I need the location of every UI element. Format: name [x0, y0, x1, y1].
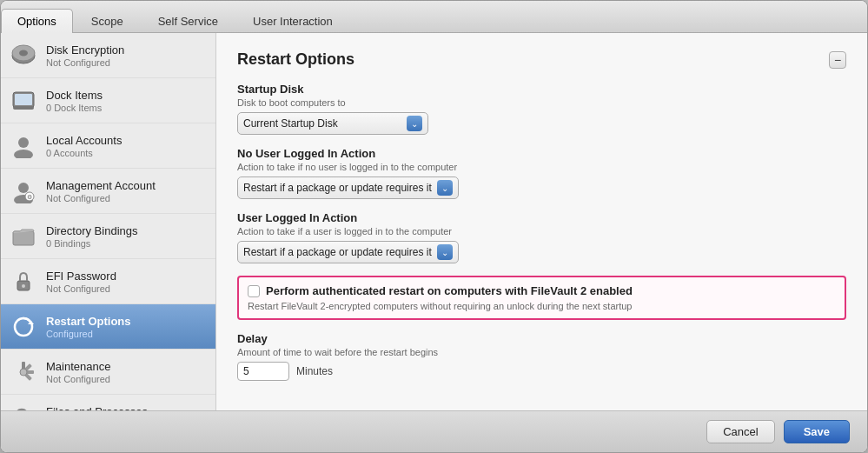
- disk-icon: [10, 42, 37, 70]
- sidebar-item-files-and-processes[interactable]: Files and Processes Not Configured: [1, 395, 215, 410]
- dir-icon: [10, 223, 37, 250]
- panel-title: Restart Options: [237, 50, 354, 69]
- svg-text:⚙: ⚙: [27, 194, 32, 200]
- user-action-label: User Logged In Action: [237, 211, 846, 224]
- cancel-button[interactable]: Cancel: [706, 420, 774, 443]
- filevault-checkbox-label: Perform authenticated restart on compute…: [266, 284, 633, 297]
- filevault-checkbox-row: Perform authenticated restart on compute…: [248, 284, 836, 297]
- sidebar-item-local-accounts-title: Local Accounts: [46, 134, 122, 147]
- sidebar-item-disk-encryption-subtitle: Not Configured: [46, 57, 124, 68]
- no-user-action-select[interactable]: Restart if a package or update requires …: [237, 177, 459, 199]
- mgmt-icon: ⚙: [10, 177, 37, 205]
- restart-icon: [10, 313, 37, 341]
- startup-disk-arrow-icon: ⌄: [407, 116, 422, 131]
- sidebar-item-restart-options-title: Restart Options: [46, 315, 131, 328]
- sidebar-item-disk-encryption[interactable]: Disk Encryption Not Configured: [1, 33, 215, 78]
- footer: Cancel Save: [1, 410, 867, 452]
- efi-icon: [10, 268, 37, 296]
- files-icon: [10, 403, 37, 411]
- svg-rect-4: [15, 94, 32, 105]
- sidebar-item-efi-password-subtitle: Not Configured: [46, 283, 116, 294]
- user-action-select[interactable]: Restart if a package or update requires …: [237, 241, 459, 263]
- tab-scope[interactable]: Scope: [75, 9, 140, 33]
- no-user-action-selected: Restart if a package or update requires …: [243, 182, 432, 194]
- user-action-arrow-icon: ⌄: [437, 244, 453, 260]
- sidebar-item-management-account-title: Management Account: [46, 179, 156, 192]
- user-action-selected: Restart if a package or update requires …: [243, 246, 432, 258]
- sidebar-item-dock-items-title: Dock Items: [46, 89, 103, 102]
- svg-point-6: [18, 137, 29, 148]
- sidebar-item-maintenance-subtitle: Not Configured: [46, 374, 110, 384]
- svg-point-14: [22, 284, 25, 288]
- sidebar-item-disk-encryption-title: Disk Encryption: [46, 43, 124, 57]
- no-user-action-label: No User Logged In Action: [237, 147, 846, 160]
- sidebar-item-dock-items[interactable]: Dock Items 0 Dock Items: [1, 78, 215, 123]
- startup-disk-selected: Current Startup Disk: [243, 117, 401, 130]
- sidebar-item-directory-bindings-title: Directory Bindings: [46, 224, 138, 237]
- svg-rect-5: [13, 106, 34, 110]
- sidebar-item-local-accounts[interactable]: Local Accounts 0 Accounts: [1, 123, 215, 169]
- user-action-desc: Action to take if a user is logged in to…: [237, 226, 846, 236]
- sidebar-item-maintenance[interactable]: Maintenance Not Configured: [1, 350, 215, 395]
- startup-disk-desc: Disk to boot computers to: [237, 97, 846, 108]
- startup-disk-section: Startup Disk Disk to boot computers to C…: [237, 83, 846, 135]
- svg-point-21: [20, 369, 27, 376]
- sidebar-item-efi-password-title: EFI Password: [46, 270, 116, 283]
- minus-button[interactable]: −: [829, 51, 846, 69]
- main-content: Disk Encryption Not Configured Dock Item…: [1, 33, 867, 410]
- sidebar-item-management-account-subtitle: Not Configured: [46, 193, 156, 203]
- delay-label: Delay: [237, 332, 846, 345]
- no-user-action-arrow-icon: ⌄: [437, 180, 453, 196]
- sidebar: Disk Encryption Not Configured Dock Item…: [1, 33, 216, 410]
- delay-row: Minutes: [237, 362, 846, 381]
- dock-icon: [10, 87, 37, 115]
- delay-input[interactable]: [237, 362, 289, 381]
- filevault-box: Perform authenticated restart on compute…: [237, 276, 846, 320]
- filevault-desc: Restart FileVault 2-encrypted computers …: [248, 301, 836, 311]
- sidebar-item-directory-bindings[interactable]: Directory Bindings 0 Bindings: [1, 214, 215, 259]
- sidebar-item-management-account[interactable]: ⚙ Management Account Not Configured: [1, 169, 215, 214]
- sidebar-item-restart-options-subtitle: Configured: [46, 329, 131, 339]
- tab-user-interaction[interactable]: User Interaction: [236, 9, 349, 33]
- svg-point-2: [19, 50, 28, 56]
- tab-self-service[interactable]: Self Service: [142, 9, 235, 33]
- filevault-checkbox[interactable]: [248, 285, 260, 297]
- tab-options[interactable]: Options: [1, 9, 73, 33]
- panel-header: Restart Options −: [237, 50, 846, 69]
- maintenance-icon: [10, 358, 37, 386]
- sidebar-item-restart-options[interactable]: Restart Options Configured: [1, 304, 215, 350]
- svg-point-7: [14, 150, 33, 158]
- sidebar-item-efi-password[interactable]: EFI Password Not Configured: [1, 259, 215, 304]
- no-user-action-section: No User Logged In Action Action to take …: [237, 147, 846, 199]
- accounts-icon: [10, 132, 37, 160]
- save-button[interactable]: Save: [784, 420, 850, 443]
- sidebar-item-directory-bindings-subtitle: 0 Bindings: [46, 238, 138, 249]
- svg-point-8: [18, 183, 29, 193]
- sidebar-item-dock-items-subtitle: 0 Dock Items: [46, 103, 103, 113]
- detail-panel: Restart Options − Startup Disk Disk to b…: [216, 33, 867, 410]
- no-user-action-desc: Action to take if no user is logged in t…: [237, 162, 846, 172]
- svg-rect-12: [13, 231, 34, 245]
- delay-unit: Minutes: [296, 365, 333, 377]
- main-window: Options Scope Self Service User Interact…: [0, 0, 868, 453]
- startup-disk-label: Startup Disk: [237, 83, 846, 96]
- startup-disk-select[interactable]: Current Startup Disk ⌄: [237, 112, 428, 135]
- sidebar-item-local-accounts-subtitle: 0 Accounts: [46, 148, 122, 158]
- delay-section: Delay Amount of time to wait before the …: [237, 332, 846, 381]
- tab-bar: Options Scope Self Service User Interact…: [1, 1, 867, 33]
- sidebar-item-maintenance-title: Maintenance: [46, 360, 110, 373]
- delay-desc: Amount of time to wait before the restar…: [237, 347, 846, 357]
- user-action-section: User Logged In Action Action to take if …: [237, 211, 846, 263]
